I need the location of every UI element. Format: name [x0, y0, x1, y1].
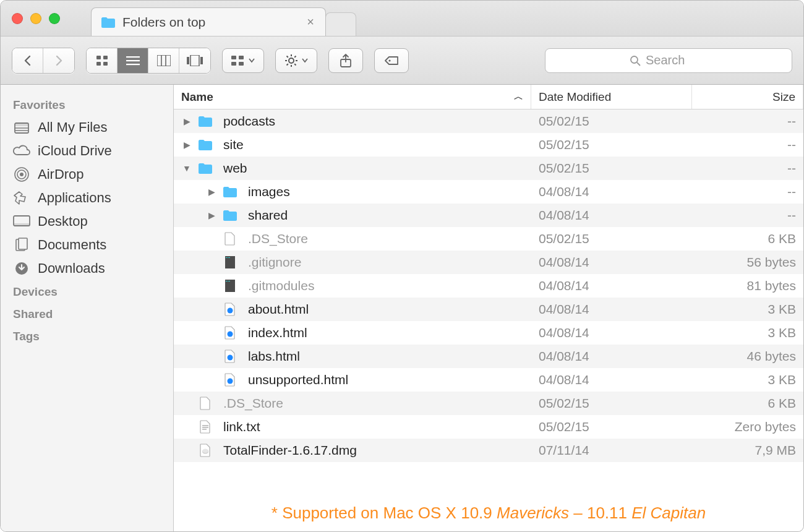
svg-rect-47 — [228, 281, 230, 281]
file-size: -- — [692, 137, 803, 152]
svg-line-24 — [294, 56, 296, 57]
svg-rect-44 — [228, 257, 230, 258]
file-name: TotalFinder-1.6.17.dmg — [223, 443, 357, 458]
forward-button[interactable] — [43, 48, 74, 73]
tag-icon — [384, 55, 399, 66]
file-row[interactable]: ▼ web 05/02/15 -- — [174, 157, 803, 180]
disclosure-triangle-icon[interactable]: ▶ — [206, 210, 217, 220]
sidebar-item-cloud[interactable]: iCloud Drive — [1, 139, 173, 163]
sidebar-heading: Devices — [1, 280, 173, 302]
sidebar-item-label: iCloud Drive — [38, 143, 112, 159]
disclosure-triangle-icon[interactable]: ▼ — [181, 163, 192, 173]
svg-line-22 — [287, 56, 288, 57]
column-date[interactable]: Date Modified — [531, 85, 692, 109]
svg-rect-11 — [190, 55, 199, 66]
column-view-button[interactable] — [148, 48, 179, 73]
sidebar-item-documents[interactable]: Documents — [1, 233, 173, 257]
file-row[interactable]: ▶ images 04/08/14 -- — [174, 180, 803, 204]
file-row[interactable]: labs.html 04/08/14 46 bytes — [174, 345, 803, 368]
svg-point-49 — [228, 332, 233, 337]
svg-rect-2 — [96, 62, 101, 66]
zoom-window-button[interactable] — [49, 13, 60, 24]
disclosure-triangle-icon[interactable]: ▶ — [181, 116, 192, 126]
disclosure-triangle-icon[interactable]: ▶ — [181, 140, 192, 150]
file-row[interactable]: index.html 04/08/14 3 KB — [174, 321, 803, 345]
search-input[interactable] — [646, 53, 708, 67]
sidebar-heading: Tags — [1, 325, 173, 347]
file-size: 3 KB — [692, 302, 803, 317]
sidebar-item-all-my-files[interactable]: All My Files — [1, 116, 173, 139]
coverflow-view-button[interactable] — [179, 48, 210, 73]
file-row[interactable]: ▶ site 05/02/15 -- — [174, 133, 803, 157]
icon-view-button[interactable] — [87, 48, 118, 73]
close-tab-icon[interactable]: × — [307, 15, 314, 29]
column-size[interactable]: Size — [692, 85, 803, 109]
sidebar-item-downloads[interactable]: Downloads — [1, 257, 173, 280]
folder-icon — [222, 208, 238, 222]
file-name: .gitmodules — [248, 278, 314, 293]
svg-rect-14 — [239, 56, 244, 59]
svg-rect-0 — [96, 56, 101, 59]
svg-line-23 — [294, 64, 296, 65]
share-button[interactable] — [328, 48, 363, 73]
list-view-button[interactable] — [118, 48, 148, 73]
html-icon — [222, 350, 238, 363]
column-name[interactable]: Name ︿ — [174, 85, 531, 109]
back-button[interactable] — [12, 48, 43, 73]
file-row[interactable]: TotalFinder-1.6.17.dmg 07/11/14 7,9 MB — [174, 439, 803, 462]
sidebar: FavoritesAll My FilesiCloud DriveAirDrop… — [1, 85, 174, 531]
file-rows: ▶ podcasts 05/02/15 -- ▶ site 05/02/15 -… — [174, 109, 803, 497]
disclosure-triangle-icon[interactable]: ▶ — [206, 187, 217, 197]
minimize-window-button[interactable] — [30, 13, 41, 24]
file-date: 04/08/14 — [531, 349, 692, 364]
sidebar-heading: Favorites — [1, 93, 173, 116]
file-date: 04/08/14 — [531, 278, 692, 293]
file-size: Zero bytes — [692, 419, 803, 434]
nav-group — [12, 48, 75, 74]
svg-rect-1 — [103, 56, 108, 59]
file-row[interactable]: unsupported.html 04/08/14 3 KB — [174, 368, 803, 392]
file-date: 05/02/15 — [531, 231, 692, 246]
arrange-button[interactable] — [222, 48, 264, 73]
file-row[interactable]: link.txt 05/02/15 Zero bytes — [174, 415, 803, 439]
file-size: 6 KB — [692, 231, 803, 246]
file-name: web — [223, 161, 247, 176]
sidebar-item-airdrop[interactable]: AirDrop — [1, 163, 173, 186]
file-date: 05/02/15 — [531, 114, 692, 129]
file-row[interactable]: ▶ shared 04/08/14 -- — [174, 204, 803, 227]
chevron-down-icon — [249, 58, 255, 63]
file-row[interactable]: .DS_Store 05/02/15 6 KB — [174, 392, 803, 415]
file-row[interactable]: .DS_Store 05/02/15 6 KB — [174, 227, 803, 251]
svg-rect-10 — [187, 57, 189, 64]
close-window-button[interactable] — [12, 13, 23, 24]
new-tab-button[interactable] — [325, 12, 356, 36]
file-size: 3 KB — [692, 372, 803, 387]
active-tab[interactable]: Folders on top × — [91, 7, 326, 36]
file-row[interactable]: about.html 04/08/14 3 KB — [174, 298, 803, 321]
svg-rect-12 — [200, 57, 203, 64]
file-size: 81 bytes — [692, 278, 803, 293]
folder-icon — [222, 185, 238, 199]
sidebar-item-desktop[interactable]: Desktop — [1, 210, 173, 233]
documents-icon — [13, 238, 30, 252]
file-date: 04/08/14 — [531, 325, 692, 340]
file-date: 04/08/14 — [531, 184, 692, 199]
file-name: about.html — [248, 302, 309, 317]
svg-point-28 — [631, 56, 638, 63]
file-name: images — [248, 184, 290, 199]
search-field[interactable] — [545, 48, 792, 73]
file-name: index.html — [248, 325, 307, 340]
file-size: 46 bytes — [692, 349, 803, 364]
svg-rect-3 — [103, 62, 108, 66]
file-date: 05/02/15 — [531, 396, 692, 411]
folder-icon — [197, 161, 213, 175]
file-row[interactable]: .gitmodules 04/08/14 81 bytes — [174, 274, 803, 298]
file-row[interactable]: ▶ podcasts 05/02/15 -- — [174, 109, 803, 133]
file-row[interactable]: .gitignore 04/08/14 56 bytes — [174, 251, 803, 274]
airdrop-icon — [13, 167, 30, 182]
action-button[interactable] — [275, 48, 317, 73]
file-size: -- — [692, 184, 803, 199]
tags-button[interactable] — [374, 48, 409, 73]
sidebar-item-applications[interactable]: Applications — [1, 186, 173, 210]
file-name: unsupported.html — [248, 372, 348, 387]
